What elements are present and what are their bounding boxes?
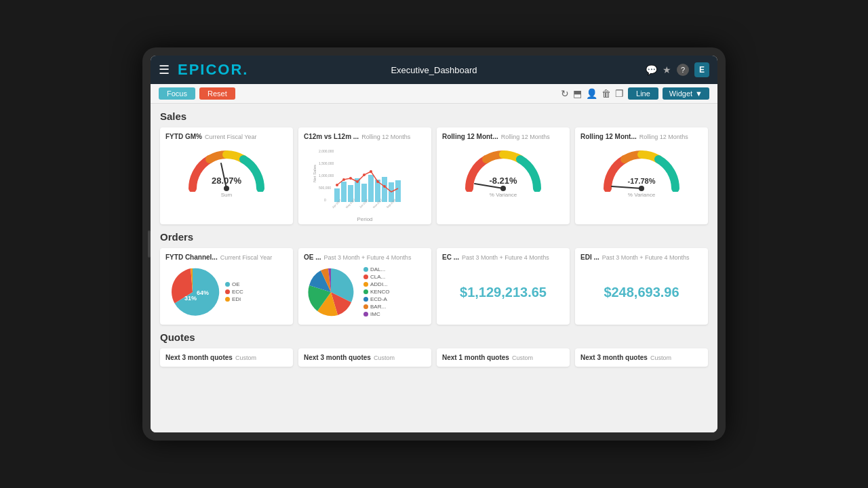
toolbar-right: ↻ ⬒ 👤 🗑 ❐ Line Widget ▼: [561, 87, 709, 100]
help-icon[interactable]: ?: [677, 64, 689, 76]
legend-edi: EDI: [225, 296, 243, 302]
legend-bar: BAR...: [363, 304, 389, 310]
quotes-title: Quotes: [160, 331, 708, 343]
table-icon[interactable]: ⬒: [573, 88, 582, 99]
quote-4-title: Next 3 month quotes: [580, 354, 648, 361]
svg-point-20: [342, 178, 345, 181]
fytd-gm-label: Sum: [221, 192, 232, 198]
c12m-chart: Net Sales 2,000,000 1,500,000 1,000,000 …: [304, 144, 426, 219]
legend-oe-label: OE: [232, 281, 240, 287]
rolling1-subtitle: Rolling 12 Months: [501, 134, 550, 140]
channel-widget: FYTD Channel... Current Fiscal Year: [160, 248, 293, 325]
user-avatar[interactable]: E: [694, 62, 709, 77]
ec-value: $1,129,213.65: [460, 285, 547, 300]
oe-title: OE ...: [304, 253, 321, 261]
svg-text:Net Sales: Net Sales: [313, 165, 317, 182]
widget-arrow-icon: ▼: [695, 89, 703, 98]
svg-point-36: [639, 186, 644, 191]
delete-icon[interactable]: 🗑: [601, 88, 611, 99]
c12m-subtitle: Rolling 12 Months: [361, 134, 410, 140]
copy-icon[interactable]: ❐: [615, 88, 624, 99]
edi-value-container: $248,693.96: [580, 265, 703, 319]
legend-cla: CLA...: [363, 274, 389, 280]
sales-widgets: FYTD GM% Current Fiscal Year: [160, 127, 708, 224]
c12m-widget: C12m vs L12m ... Rolling 12 Months Net S…: [298, 127, 431, 224]
content[interactable]: Sales FYTD GM% Current Fiscal Year: [151, 104, 717, 432]
header-title: Executive_Dashboard: [391, 65, 477, 75]
svg-text:500,000: 500,000: [319, 186, 331, 190]
rolling2-subtitle: Rolling 12 Months: [639, 134, 688, 140]
widget-label: Widget: [669, 89, 692, 98]
edi-title: EDI ...: [580, 253, 599, 261]
svg-point-22: [356, 180, 359, 183]
refresh-icon[interactable]: ↻: [561, 88, 569, 99]
sales-title: Sales: [160, 110, 708, 122]
quote-1-subtitle: Custom: [235, 354, 256, 361]
edi-widget: EDI ... Past 3 Month + Future 4 Months $…: [575, 248, 708, 325]
svg-rect-16: [382, 177, 387, 202]
svg-rect-14: [368, 175, 374, 202]
c12m-period-label: Period: [304, 216, 426, 222]
toolbar: Focus Reset ↻ ⬒ 👤 🗑 ❐ Line Widget ▼: [151, 84, 717, 104]
rolling2-label: % Variance: [628, 192, 655, 198]
legend-ecc: ECC: [225, 289, 243, 295]
oe-svg: [304, 265, 358, 319]
rolling2-widget: Rolling 12 Mont... Rolling 12 Months: [575, 127, 708, 224]
quote-1: Next 3 month quotes Custom: [160, 348, 293, 367]
svg-text:31%: 31%: [184, 295, 197, 302]
svg-text:1,500,000: 1,500,000: [319, 161, 334, 165]
svg-line-35: [612, 186, 642, 188]
quote-4-subtitle: Custom: [650, 354, 671, 361]
legend-imc: IMC: [363, 311, 389, 317]
header: ☰ EPICOR. Executive_Dashboard 💬 ★ ? E: [151, 56, 717, 84]
legend-oe: OE: [225, 281, 243, 287]
channel-legend: OE ECC EDI: [225, 281, 243, 304]
ec-widget: EC ... Past 3 Month + Future 4 Months $1…: [437, 248, 570, 325]
menu-icon[interactable]: ☰: [159, 62, 170, 77]
quote-3-subtitle: Custom: [512, 354, 533, 361]
sales-section: Sales FYTD GM% Current Fiscal Year: [160, 110, 708, 224]
edi-subtitle: Past 3 Month + Future 4 Months: [602, 254, 690, 261]
legend-ecda: ECD-A: [363, 296, 389, 302]
svg-text:0: 0: [324, 198, 326, 202]
svg-point-1: [224, 186, 229, 191]
fytd-gm-title: FYTD GM%: [165, 133, 202, 140]
orders-title: Orders: [160, 231, 708, 243]
oe-widget: OE ... Past 3 Month + Future 4 Months: [298, 248, 431, 325]
fytd-gm-subtitle: Current Fiscal Year: [205, 134, 257, 140]
oe-pie: DAL... CLA... ADDI...: [304, 265, 426, 319]
user-icon[interactable]: 👤: [586, 88, 597, 99]
header-icons: 💬 ★ ? E: [646, 62, 709, 77]
svg-text:1,000,000: 1,000,000: [319, 174, 334, 178]
rolling1-title: Rolling 12 Mont...: [442, 133, 498, 140]
svg-text:28.07%: 28.07%: [212, 176, 242, 186]
orders-section: Orders FYTD Channel... Current Fiscal Ye…: [160, 231, 708, 325]
rolling1-widget: Rolling 12 Mont... Rolling 12 Months: [437, 127, 570, 224]
svg-point-21: [349, 177, 352, 180]
rolling2-gauge: -17.78% % Variance: [580, 144, 703, 198]
fytd-gm-widget: FYTD GM% Current Fiscal Year: [160, 127, 293, 224]
edi-value: $248,693.96: [604, 285, 679, 300]
rolling2-title: Rolling 12 Mont...: [580, 133, 637, 140]
quote-2-title: Next 3 month quotes: [304, 354, 371, 361]
rolling1-svg: -8.21%: [462, 144, 544, 192]
svg-point-25: [376, 180, 379, 183]
svg-text:64%: 64%: [197, 289, 209, 296]
legend-addi: ADDI...: [363, 281, 389, 287]
rolling2-svg: -17.78%: [601, 144, 682, 192]
quote-1-title: Next 3 month quotes: [165, 354, 233, 361]
oe-legend: DAL... CLA... ADDI...: [363, 266, 389, 319]
legend-ecc-label: ECC: [232, 289, 243, 295]
svg-text:-17.78%: -17.78%: [628, 177, 656, 185]
widget-button[interactable]: Widget ▼: [663, 87, 709, 100]
star-icon[interactable]: ★: [663, 64, 671, 75]
chat-icon[interactable]: 💬: [646, 64, 657, 75]
line-button[interactable]: Line: [628, 87, 658, 100]
quote-4: Next 3 month quotes Custom: [575, 348, 708, 367]
reset-button[interactable]: Reset: [199, 87, 235, 100]
channel-svg: 31% 64%: [165, 265, 220, 319]
rolling1-label: % Variance: [490, 192, 517, 198]
focus-button[interactable]: Focus: [159, 87, 195, 100]
quotes-row: Next 3 month quotes Custom Next 3 month …: [160, 348, 708, 367]
svg-point-24: [370, 170, 372, 173]
